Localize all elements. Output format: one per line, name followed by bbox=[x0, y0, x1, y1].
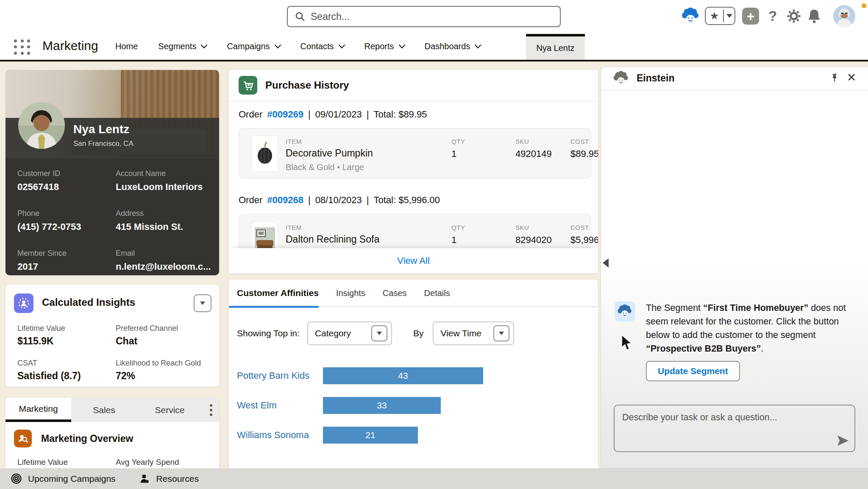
einstein-prompt-input[interactable] bbox=[615, 405, 854, 451]
bar-row: Williams Sonoma 21 bbox=[237, 427, 590, 444]
bar-category-link[interactable]: West Elm bbox=[237, 400, 323, 411]
einstein-icon bbox=[613, 71, 629, 86]
tab-insights[interactable]: Insights bbox=[336, 288, 365, 298]
tab-details[interactable]: Details bbox=[424, 288, 450, 298]
insights-icon bbox=[14, 293, 33, 313]
bar-row: Pottery Barn Kids 43 bbox=[237, 367, 590, 384]
field-lifetime-value: Lifetime Value$115.9K bbox=[17, 324, 116, 347]
profile-avatar bbox=[18, 102, 65, 149]
notifications-bell-icon[interactable] bbox=[805, 7, 823, 25]
chevron-down-icon[interactable] bbox=[493, 325, 509, 341]
nav-item-home[interactable]: Home bbox=[115, 42, 138, 51]
order-number-link[interactable]: #009269 bbox=[267, 109, 303, 120]
item-column: ITEM Dalton Reclining Sofa bbox=[286, 224, 379, 249]
chevron-down-icon[interactable] bbox=[371, 325, 387, 341]
nav-item-segments[interactable]: Segments bbox=[158, 42, 206, 51]
nav-item-contacts[interactable]: Contacts bbox=[300, 42, 344, 51]
chevron-down-icon bbox=[201, 42, 208, 49]
separator: | bbox=[367, 195, 369, 206]
einstein-panel: Einstein ✕ The Segment “First Time Homeb… bbox=[601, 67, 868, 468]
overview-metric-labels: Lifetime Value Avg Yearly Spend bbox=[17, 458, 179, 467]
bar-category-link[interactable]: Pottery Barn Kids bbox=[237, 370, 323, 381]
tab-cases[interactable]: Cases bbox=[383, 288, 407, 298]
bar: 33 bbox=[323, 397, 441, 414]
cart-icon bbox=[239, 76, 257, 95]
customer-name: Nya Lentz bbox=[73, 123, 129, 136]
target-icon bbox=[11, 473, 22, 484]
customer-affinities-card: Customer Affinities Insights Cases Detai… bbox=[229, 280, 598, 468]
dimension-select[interactable]: Category bbox=[307, 321, 392, 345]
purchase-history-title: Purchase History bbox=[265, 79, 349, 91]
close-icon[interactable]: ✕ bbox=[845, 70, 858, 85]
field-account-name: Account NameLuxeLoom Interiors bbox=[116, 169, 219, 196]
order-label: Order bbox=[239, 195, 262, 206]
nav-item-dashboards[interactable]: Dashboards bbox=[425, 42, 481, 51]
salesforce-window: ★ + ? Marketing bbox=[0, 0, 868, 489]
app-launcher-icon[interactable] bbox=[14, 39, 32, 56]
overflow-menu-icon[interactable] bbox=[203, 398, 219, 422]
tab-sales[interactable]: Sales bbox=[71, 398, 137, 422]
order-line-009269: Order #009269 | 09/01/2023 | Total: $89.… bbox=[239, 109, 427, 120]
utility-upcoming-campaigns[interactable]: Upcoming Campaigns bbox=[11, 473, 116, 484]
order-date: 08/10/2023 bbox=[315, 195, 362, 206]
favorites-star-icon[interactable]: ★ bbox=[706, 10, 724, 22]
utility-resources[interactable]: Resources bbox=[139, 473, 199, 484]
search-input[interactable] bbox=[311, 11, 553, 22]
order-line-009268: Order #009268 | 08/10/2023 | Total: $5,9… bbox=[239, 195, 440, 206]
separator: | bbox=[367, 109, 369, 120]
einstein-message-text: The Segment “First Time Homebuyer” does … bbox=[646, 301, 849, 355]
favorites-group: ★ bbox=[705, 7, 735, 25]
collapse-panel-icon[interactable] bbox=[603, 258, 609, 268]
add-icon[interactable]: + bbox=[742, 8, 759, 25]
app-name: Marketing bbox=[42, 39, 98, 53]
einstein-prompt-box bbox=[614, 405, 855, 452]
active-tab-underline bbox=[229, 306, 319, 308]
nav-item-campaigns[interactable]: Campaigns bbox=[227, 42, 280, 51]
favorites-dropdown-icon[interactable] bbox=[724, 14, 734, 18]
einstein-avatar-icon bbox=[615, 301, 635, 321]
bar-value: 33 bbox=[377, 400, 387, 411]
einstein-header: Einstein ✕ bbox=[601, 67, 868, 90]
field-member-since: Member Since2017 bbox=[17, 249, 116, 275]
pin-icon[interactable] bbox=[829, 73, 840, 84]
einstein-title: Einstein bbox=[637, 73, 674, 84]
order-number-link[interactable]: #009268 bbox=[267, 195, 303, 206]
setup-gear-icon[interactable] bbox=[785, 8, 803, 25]
field-phone: Phone(415) 772-0753 bbox=[17, 209, 116, 235]
item-column: ITEM Decorative Pumpkin Black & Gold • L… bbox=[286, 138, 373, 172]
marketing-overview-icon bbox=[14, 430, 32, 447]
app-navigation: Marketing Home Segments Campaigns Contac… bbox=[0, 33, 868, 61]
field-likelihood-gold: Likelihood to Reach Gold72% bbox=[116, 359, 215, 382]
customer-profile-card: Nya Lentz San Francisco, CA Customer ID0… bbox=[6, 70, 219, 275]
metric-lifetime-value: Lifetime Value bbox=[17, 458, 116, 467]
measure-select[interactable]: View Time bbox=[433, 321, 514, 345]
view-all-link[interactable]: View All bbox=[397, 255, 430, 266]
nav-item-reports[interactable]: Reports bbox=[364, 42, 404, 51]
einstein-icon[interactable] bbox=[681, 8, 700, 25]
purchase-history-card: Purchase History Order #009269 | 09/01/2… bbox=[229, 70, 598, 274]
order-date: 09/01/2023 bbox=[315, 109, 362, 120]
tab-customer-affinities[interactable]: Customer Affinities bbox=[237, 288, 319, 298]
tab-marketing[interactable]: Marketing bbox=[6, 398, 71, 422]
nav-items: Home Segments Campaigns Contacts Reports… bbox=[115, 33, 480, 60]
global-search[interactable] bbox=[287, 6, 561, 27]
insights-menu-icon[interactable] bbox=[194, 294, 211, 312]
send-icon[interactable] bbox=[837, 435, 849, 447]
qty-column: QTY1 bbox=[451, 224, 465, 246]
avatar[interactable] bbox=[833, 5, 855, 27]
people-icon bbox=[139, 473, 150, 484]
chevron-down-icon bbox=[398, 42, 405, 49]
record-tab-nya-lentz[interactable]: Nya Lentz bbox=[526, 34, 585, 60]
detail-tabs: Customer Affinities Insights Cases Detai… bbox=[229, 280, 598, 307]
purchase-history-footer: View All bbox=[229, 248, 598, 274]
update-segment-button[interactable]: Update Segment bbox=[646, 361, 740, 381]
field-preferred-channel: Preferred ChannelChat bbox=[116, 324, 215, 347]
marketing-overview-section: Marketing Overview Lifetime Value Avg Ye… bbox=[6, 422, 219, 468]
field-address: Address415 Mission St. bbox=[116, 209, 219, 235]
affinity-bar-chart: Pottery Barn Kids 43 West Elm 33 William… bbox=[237, 367, 590, 456]
cloud-tabs-card: Marketing Sales Service Marketing Overvi… bbox=[6, 398, 219, 468]
help-icon[interactable]: ? bbox=[765, 7, 781, 25]
tab-service[interactable]: Service bbox=[137, 398, 203, 422]
showing-top-in-label: Showing Top in: bbox=[237, 328, 300, 338]
bar-category-link[interactable]: Williams Sonoma bbox=[237, 430, 323, 441]
